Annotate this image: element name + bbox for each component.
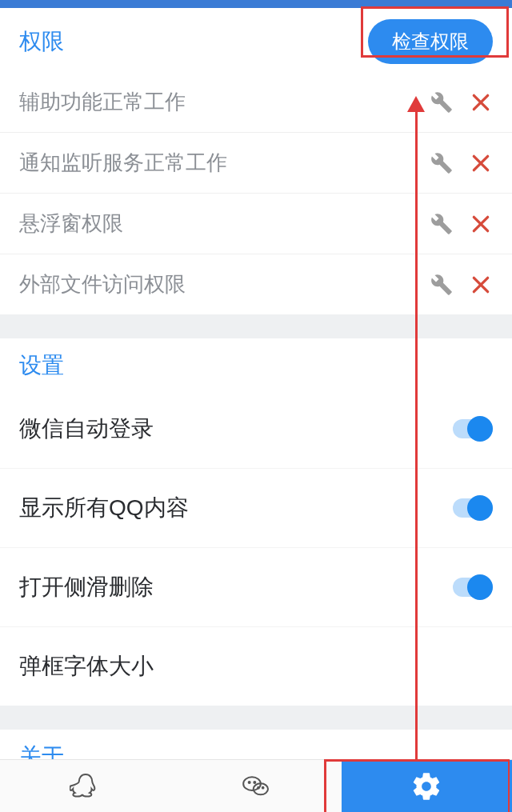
status-bar bbox=[0, 0, 512, 8]
setting-label: 显示所有QQ内容 bbox=[19, 493, 448, 523]
permission-label: 通知监听服务正常工作 bbox=[19, 149, 430, 177]
svg-point-2 bbox=[249, 782, 250, 783]
nav-wechat[interactable] bbox=[170, 760, 341, 812]
permissions-section: 权限 检查权限 辅助功能正常工作 通知监听服务正常工作 悬浮窗权限 外部文件访问… bbox=[0, 8, 512, 314]
wrench-icon bbox=[430, 152, 453, 174]
svg-point-3 bbox=[254, 782, 255, 783]
toggle-switch[interactable] bbox=[448, 574, 493, 600]
close-icon bbox=[470, 214, 491, 234]
section-gap bbox=[0, 314, 512, 338]
setting-label: 微信自动登录 bbox=[19, 414, 448, 444]
annotation-arrow-head bbox=[407, 96, 425, 112]
check-permissions-button[interactable]: 检查权限 bbox=[368, 19, 493, 64]
permission-label: 辅助功能正常工作 bbox=[19, 88, 430, 116]
annotation-arrow bbox=[415, 104, 418, 760]
wrench-icon bbox=[430, 91, 453, 114]
toggle-switch[interactable] bbox=[448, 416, 493, 442]
qq-icon bbox=[70, 770, 102, 802]
svg-point-5 bbox=[262, 786, 264, 788]
gear-icon bbox=[410, 770, 442, 802]
close-icon bbox=[470, 274, 491, 295]
setting-row-wechat-autologin[interactable]: 微信自动登录 bbox=[0, 390, 512, 469]
permission-row[interactable]: 外部文件访问权限 bbox=[0, 254, 512, 314]
permissions-title: 权限 bbox=[19, 26, 64, 57]
setting-row-swipe-delete[interactable]: 打开侧滑删除 bbox=[0, 548, 512, 627]
setting-row-show-qq[interactable]: 显示所有QQ内容 bbox=[0, 469, 512, 548]
permission-label: 悬浮窗权限 bbox=[19, 210, 430, 238]
settings-title: 设置 bbox=[19, 350, 64, 381]
nav-qq[interactable] bbox=[0, 760, 170, 812]
close-icon bbox=[470, 153, 491, 174]
setting-label: 打开侧滑删除 bbox=[19, 572, 448, 602]
settings-section: 设置 微信自动登录 显示所有QQ内容 打开侧滑删除 弹框字体大小 bbox=[0, 338, 512, 706]
permission-row[interactable]: 通知监听服务正常工作 bbox=[0, 133, 512, 194]
permission-label: 外部文件访问权限 bbox=[19, 270, 430, 298]
toggle-switch[interactable] bbox=[448, 495, 493, 521]
svg-point-4 bbox=[258, 786, 259, 788]
setting-row-font-size[interactable]: 弹框字体大小 bbox=[0, 627, 512, 706]
wrench-icon bbox=[430, 274, 453, 296]
permission-row[interactable]: 辅助功能正常工作 bbox=[0, 72, 512, 133]
permission-row[interactable]: 悬浮窗权限 bbox=[0, 194, 512, 254]
setting-label: 弹框字体大小 bbox=[19, 651, 493, 682]
bottom-nav bbox=[0, 759, 512, 812]
wrench-icon bbox=[430, 213, 453, 235]
close-icon bbox=[470, 92, 491, 113]
section-gap bbox=[0, 706, 512, 730]
wechat-icon bbox=[240, 770, 272, 802]
nav-settings[interactable] bbox=[342, 760, 512, 812]
